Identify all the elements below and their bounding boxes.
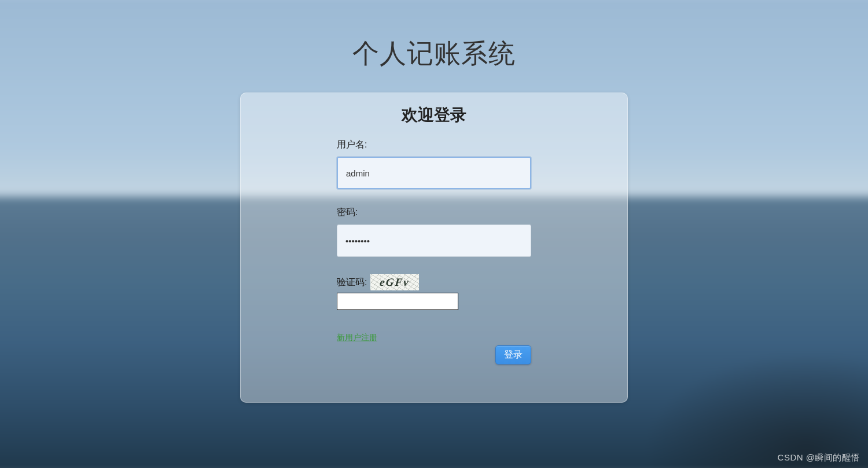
login-button-row: 登录 <box>337 345 531 364</box>
login-form: 用户名: 密码: 验证码: eGFv 新用户注册 登录 <box>337 139 531 364</box>
username-label: 用户名: <box>337 139 531 151</box>
watermark: CSDN @瞬间的醒悟 <box>778 452 860 463</box>
login-card: 欢迎登录 用户名: 密码: 验证码: eGFv 新用户注册 登录 <box>240 93 628 403</box>
page-wrap: 个人记账系统 欢迎登录 用户名: 密码: 验证码: eGFv 新用户注册 登录 <box>0 0 868 468</box>
card-title: 欢迎登录 <box>402 104 466 126</box>
captcha-row: 验证码: eGFv <box>337 274 531 290</box>
captcha-image[interactable]: eGFv <box>370 274 419 290</box>
captcha-label: 验证码: <box>337 277 367 289</box>
captcha-text: eGFv <box>370 274 419 290</box>
login-button[interactable]: 登录 <box>495 345 531 364</box>
page-title: 个人记账系统 <box>352 36 516 72</box>
password-input[interactable] <box>337 224 531 257</box>
username-input[interactable] <box>337 157 531 189</box>
password-label: 密码: <box>337 207 531 219</box>
register-link[interactable]: 新用户注册 <box>337 333 377 343</box>
captcha-input[interactable] <box>337 293 458 310</box>
